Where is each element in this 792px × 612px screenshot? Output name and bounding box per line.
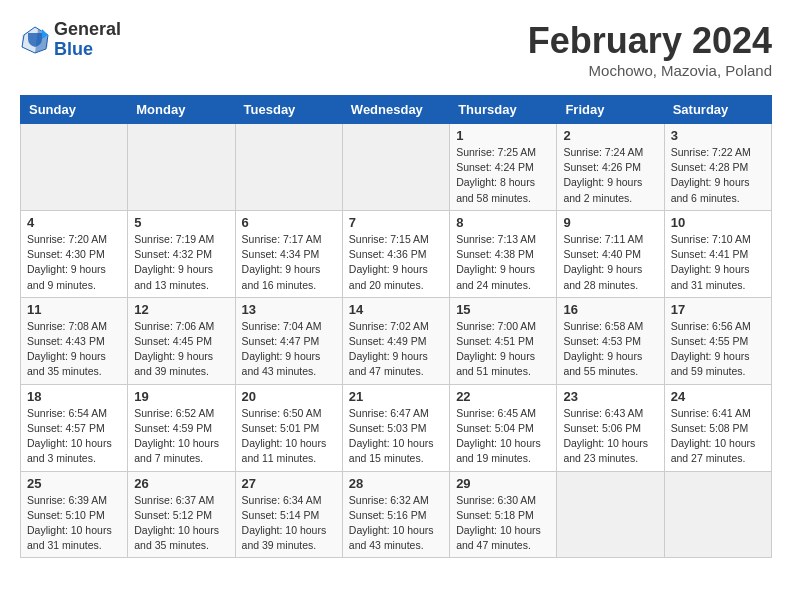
calendar-cell: 26Sunrise: 6:37 AM Sunset: 5:12 PM Dayli… bbox=[128, 471, 235, 558]
day-number: 7 bbox=[349, 215, 443, 230]
day-number: 20 bbox=[242, 389, 336, 404]
day-number: 9 bbox=[563, 215, 657, 230]
day-info: Sunrise: 7:06 AM Sunset: 4:45 PM Dayligh… bbox=[134, 319, 228, 380]
calendar-cell: 5Sunrise: 7:19 AM Sunset: 4:32 PM Daylig… bbox=[128, 210, 235, 297]
day-info: Sunrise: 7:22 AM Sunset: 4:28 PM Dayligh… bbox=[671, 145, 765, 206]
calendar-cell bbox=[664, 471, 771, 558]
calendar-table: Sunday Monday Tuesday Wednesday Thursday… bbox=[20, 95, 772, 558]
day-info: Sunrise: 7:04 AM Sunset: 4:47 PM Dayligh… bbox=[242, 319, 336, 380]
day-info: Sunrise: 6:32 AM Sunset: 5:16 PM Dayligh… bbox=[349, 493, 443, 554]
day-number: 3 bbox=[671, 128, 765, 143]
day-number: 1 bbox=[456, 128, 550, 143]
day-info: Sunrise: 7:11 AM Sunset: 4:40 PM Dayligh… bbox=[563, 232, 657, 293]
logo-general-text: General bbox=[54, 20, 121, 40]
day-number: 28 bbox=[349, 476, 443, 491]
calendar-cell: 7Sunrise: 7:15 AM Sunset: 4:36 PM Daylig… bbox=[342, 210, 449, 297]
calendar-cell: 29Sunrise: 6:30 AM Sunset: 5:18 PM Dayli… bbox=[450, 471, 557, 558]
day-number: 6 bbox=[242, 215, 336, 230]
logo-text: General Blue bbox=[54, 20, 121, 60]
day-info: Sunrise: 7:19 AM Sunset: 4:32 PM Dayligh… bbox=[134, 232, 228, 293]
day-number: 4 bbox=[27, 215, 121, 230]
day-info: Sunrise: 7:24 AM Sunset: 4:26 PM Dayligh… bbox=[563, 145, 657, 206]
day-info: Sunrise: 6:41 AM Sunset: 5:08 PM Dayligh… bbox=[671, 406, 765, 467]
title-block: February 2024 Mochowo, Mazovia, Poland bbox=[528, 20, 772, 79]
day-info: Sunrise: 7:08 AM Sunset: 4:43 PM Dayligh… bbox=[27, 319, 121, 380]
calendar-cell: 9Sunrise: 7:11 AM Sunset: 4:40 PM Daylig… bbox=[557, 210, 664, 297]
calendar-cell: 10Sunrise: 7:10 AM Sunset: 4:41 PM Dayli… bbox=[664, 210, 771, 297]
header-monday: Monday bbox=[128, 96, 235, 124]
day-number: 17 bbox=[671, 302, 765, 317]
header-wednesday: Wednesday bbox=[342, 96, 449, 124]
header-friday: Friday bbox=[557, 96, 664, 124]
calendar-cell bbox=[557, 471, 664, 558]
calendar-cell: 22Sunrise: 6:45 AM Sunset: 5:04 PM Dayli… bbox=[450, 384, 557, 471]
calendar-cell: 17Sunrise: 6:56 AM Sunset: 4:55 PM Dayli… bbox=[664, 297, 771, 384]
day-number: 13 bbox=[242, 302, 336, 317]
day-number: 26 bbox=[134, 476, 228, 491]
calendar-cell: 14Sunrise: 7:02 AM Sunset: 4:49 PM Dayli… bbox=[342, 297, 449, 384]
day-info: Sunrise: 6:50 AM Sunset: 5:01 PM Dayligh… bbox=[242, 406, 336, 467]
day-number: 12 bbox=[134, 302, 228, 317]
day-info: Sunrise: 7:17 AM Sunset: 4:34 PM Dayligh… bbox=[242, 232, 336, 293]
day-info: Sunrise: 6:34 AM Sunset: 5:14 PM Dayligh… bbox=[242, 493, 336, 554]
calendar-week-4: 18Sunrise: 6:54 AM Sunset: 4:57 PM Dayli… bbox=[21, 384, 772, 471]
day-number: 11 bbox=[27, 302, 121, 317]
header-tuesday: Tuesday bbox=[235, 96, 342, 124]
calendar-cell: 3Sunrise: 7:22 AM Sunset: 4:28 PM Daylig… bbox=[664, 124, 771, 211]
calendar-cell: 24Sunrise: 6:41 AM Sunset: 5:08 PM Dayli… bbox=[664, 384, 771, 471]
calendar-cell: 6Sunrise: 7:17 AM Sunset: 4:34 PM Daylig… bbox=[235, 210, 342, 297]
day-number: 23 bbox=[563, 389, 657, 404]
calendar-week-5: 25Sunrise: 6:39 AM Sunset: 5:10 PM Dayli… bbox=[21, 471, 772, 558]
calendar-cell: 19Sunrise: 6:52 AM Sunset: 4:59 PM Dayli… bbox=[128, 384, 235, 471]
day-number: 8 bbox=[456, 215, 550, 230]
header: General Blue February 2024 Mochowo, Mazo… bbox=[20, 20, 772, 79]
day-number: 22 bbox=[456, 389, 550, 404]
logo-blue-text: Blue bbox=[54, 40, 121, 60]
day-number: 5 bbox=[134, 215, 228, 230]
logo-icon bbox=[20, 25, 50, 55]
calendar-cell: 13Sunrise: 7:04 AM Sunset: 4:47 PM Dayli… bbox=[235, 297, 342, 384]
header-sunday: Sunday bbox=[21, 96, 128, 124]
day-info: Sunrise: 6:45 AM Sunset: 5:04 PM Dayligh… bbox=[456, 406, 550, 467]
calendar-cell: 18Sunrise: 6:54 AM Sunset: 4:57 PM Dayli… bbox=[21, 384, 128, 471]
calendar-cell: 25Sunrise: 6:39 AM Sunset: 5:10 PM Dayli… bbox=[21, 471, 128, 558]
calendar-cell: 28Sunrise: 6:32 AM Sunset: 5:16 PM Dayli… bbox=[342, 471, 449, 558]
day-number: 21 bbox=[349, 389, 443, 404]
location: Mochowo, Mazovia, Poland bbox=[528, 62, 772, 79]
day-number: 10 bbox=[671, 215, 765, 230]
calendar-cell: 16Sunrise: 6:58 AM Sunset: 4:53 PM Dayli… bbox=[557, 297, 664, 384]
day-number: 2 bbox=[563, 128, 657, 143]
day-info: Sunrise: 7:13 AM Sunset: 4:38 PM Dayligh… bbox=[456, 232, 550, 293]
day-info: Sunrise: 7:02 AM Sunset: 4:49 PM Dayligh… bbox=[349, 319, 443, 380]
calendar-cell bbox=[235, 124, 342, 211]
day-info: Sunrise: 6:30 AM Sunset: 5:18 PM Dayligh… bbox=[456, 493, 550, 554]
day-info: Sunrise: 6:58 AM Sunset: 4:53 PM Dayligh… bbox=[563, 319, 657, 380]
day-number: 18 bbox=[27, 389, 121, 404]
calendar-cell: 27Sunrise: 6:34 AM Sunset: 5:14 PM Dayli… bbox=[235, 471, 342, 558]
day-info: Sunrise: 6:43 AM Sunset: 5:06 PM Dayligh… bbox=[563, 406, 657, 467]
day-number: 29 bbox=[456, 476, 550, 491]
weekday-header-row: Sunday Monday Tuesday Wednesday Thursday… bbox=[21, 96, 772, 124]
calendar-cell: 2Sunrise: 7:24 AM Sunset: 4:26 PM Daylig… bbox=[557, 124, 664, 211]
day-info: Sunrise: 6:47 AM Sunset: 5:03 PM Dayligh… bbox=[349, 406, 443, 467]
day-number: 15 bbox=[456, 302, 550, 317]
calendar-cell: 11Sunrise: 7:08 AM Sunset: 4:43 PM Dayli… bbox=[21, 297, 128, 384]
day-info: Sunrise: 7:20 AM Sunset: 4:30 PM Dayligh… bbox=[27, 232, 121, 293]
calendar-cell: 8Sunrise: 7:13 AM Sunset: 4:38 PM Daylig… bbox=[450, 210, 557, 297]
page-container: General Blue February 2024 Mochowo, Mazo… bbox=[0, 0, 792, 568]
calendar-cell bbox=[128, 124, 235, 211]
day-number: 24 bbox=[671, 389, 765, 404]
calendar-cell: 20Sunrise: 6:50 AM Sunset: 5:01 PM Dayli… bbox=[235, 384, 342, 471]
day-number: 25 bbox=[27, 476, 121, 491]
day-info: Sunrise: 6:52 AM Sunset: 4:59 PM Dayligh… bbox=[134, 406, 228, 467]
calendar-cell bbox=[21, 124, 128, 211]
logo: General Blue bbox=[20, 20, 121, 60]
header-thursday: Thursday bbox=[450, 96, 557, 124]
day-number: 16 bbox=[563, 302, 657, 317]
day-number: 19 bbox=[134, 389, 228, 404]
calendar-cell bbox=[342, 124, 449, 211]
calendar-cell: 23Sunrise: 6:43 AM Sunset: 5:06 PM Dayli… bbox=[557, 384, 664, 471]
month-title: February 2024 bbox=[528, 20, 772, 62]
day-number: 14 bbox=[349, 302, 443, 317]
calendar-cell: 21Sunrise: 6:47 AM Sunset: 5:03 PM Dayli… bbox=[342, 384, 449, 471]
